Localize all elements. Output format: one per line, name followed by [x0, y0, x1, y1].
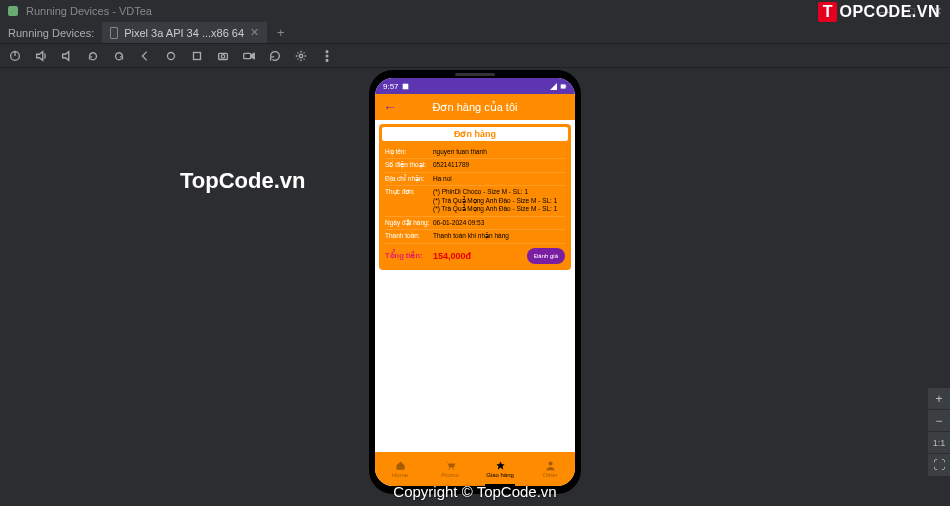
zoom-panel: + − 1:1 ⛶ [928, 388, 950, 476]
app-icon [8, 6, 18, 16]
home-icon[interactable] [164, 49, 178, 63]
svg-point-5 [221, 54, 225, 58]
tab-close-icon[interactable]: ✕ [250, 26, 259, 39]
row-phone: Số điện thoại:0521411789 [385, 159, 565, 172]
nav-promo[interactable]: Promo [425, 452, 475, 486]
overview-icon[interactable] [190, 49, 204, 63]
svg-point-8 [326, 50, 328, 52]
svg-point-15 [452, 468, 453, 469]
power-icon[interactable] [8, 49, 22, 63]
volume-up-icon[interactable] [34, 49, 48, 63]
topcode-logo: TOPCODE.VN [818, 2, 940, 22]
record-icon[interactable] [242, 49, 256, 63]
logo-box: T [818, 2, 838, 22]
review-button[interactable]: Đánh giá [527, 248, 565, 264]
device-frame: 9:57 ← Đơn hàng của tôi Đơn hàng Họ tên:… [369, 70, 581, 494]
app-content[interactable]: Đơn hàng Họ tên:nguyen tuan thanh Số điệ… [375, 120, 575, 452]
row-menu: Thực đơn:(*) PhinDi Choco - Size M - SL:… [385, 186, 565, 216]
zoom-fit-button[interactable]: 1:1 [928, 432, 950, 454]
svg-point-9 [326, 55, 328, 57]
device-tab[interactable]: Pixel 3a API 34 ...x86 64 ✕ [102, 22, 267, 43]
row-address: Địa chỉ nhận:Ha noi [385, 173, 565, 186]
card-title: Đơn hàng [382, 127, 568, 141]
window-titlebar: Running Devices - VDTea — □ ✕ [0, 0, 950, 22]
zoom-in-button[interactable]: + [928, 388, 950, 410]
add-tab-button[interactable]: + [267, 25, 295, 40]
svg-rect-3 [194, 52, 201, 59]
svg-point-14 [448, 468, 449, 469]
tabbar-label: Running Devices: [0, 27, 102, 39]
logo-rest: OPCODE.VN [839, 3, 940, 21]
cart-nav-icon [445, 460, 456, 471]
device-screen[interactable]: 9:57 ← Đơn hàng của tôi Đơn hàng Họ tên:… [375, 78, 575, 486]
screenshot-icon[interactable] [216, 49, 230, 63]
svg-point-7 [299, 54, 303, 58]
svg-point-10 [326, 59, 328, 61]
delivery-nav-icon [495, 460, 506, 471]
row-date: Ngày đặt hàng:06-01-2024 09:53 [385, 217, 565, 230]
watermark-bottom: Copyright © TopCode.vn [393, 483, 556, 500]
app-header-title: Đơn hàng của tôi [433, 101, 518, 114]
svg-point-16 [548, 461, 552, 465]
svg-rect-12 [561, 84, 566, 88]
svg-point-2 [168, 52, 175, 59]
bottom-nav: Home Promo Giao hàng Other [375, 452, 575, 486]
app-header: ← Đơn hàng của tôi [375, 94, 575, 120]
home-nav-icon [395, 460, 406, 471]
device-toolbar [0, 44, 950, 68]
volume-down-icon[interactable] [60, 49, 74, 63]
nav-home[interactable]: Home [375, 452, 425, 486]
nav-delivery[interactable]: Giao hàng [475, 452, 525, 486]
svg-rect-13 [566, 85, 567, 86]
main-area: TopCode.vn 9:57 ← Đơn hàng của tôi [0, 68, 950, 506]
order-card: Đơn hàng Họ tên:nguyen tuan thanh Số điệ… [379, 124, 571, 270]
back-icon[interactable] [138, 49, 152, 63]
rotate-left-icon[interactable] [86, 49, 100, 63]
tab-bar: Running Devices: Pixel 3a API 34 ...x86 … [0, 22, 950, 44]
rotate-right-icon[interactable] [112, 49, 126, 63]
tab-text: Pixel 3a API 34 ...x86 64 [124, 27, 244, 39]
signal-icon [550, 83, 557, 90]
row-total: Tổng tiền: 154,000đ Đánh giá [385, 244, 565, 264]
device-icon [110, 27, 118, 39]
watermark-left: TopCode.vn [180, 168, 305, 194]
svg-rect-6 [244, 53, 251, 58]
status-time: 9:57 [383, 82, 399, 91]
zoom-full-button[interactable]: ⛶ [928, 454, 950, 476]
battery-icon [560, 83, 567, 90]
settings-icon[interactable] [294, 49, 308, 63]
more-icon[interactable] [320, 49, 334, 63]
window-title: Running Devices - VDTea [26, 5, 152, 17]
nav-other[interactable]: Other [525, 452, 575, 486]
notif-icon [402, 83, 409, 90]
row-name: Họ tên:nguyen tuan thanh [385, 146, 565, 159]
row-payment: Thanh toán:Thanh toán khi nhận hàng [385, 230, 565, 243]
user-nav-icon [545, 460, 556, 471]
svg-rect-11 [402, 83, 408, 89]
back-arrow-icon[interactable]: ← [383, 99, 397, 115]
android-statusbar: 9:57 [375, 78, 575, 94]
refresh-icon[interactable] [268, 49, 282, 63]
total-amount: 154,000đ [433, 251, 527, 261]
zoom-out-button[interactable]: − [928, 410, 950, 432]
menu-value: (*) PhinDi Choco - Size M - SL: 1 (*) Tr… [433, 188, 557, 213]
phone-speaker [455, 73, 495, 76]
